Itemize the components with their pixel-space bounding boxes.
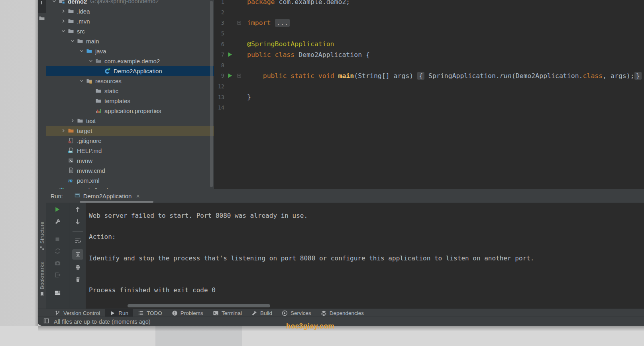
folder-excluded-icon — [68, 127, 74, 134]
tree-item-label: demo2 — [68, 0, 87, 5]
soft-wrap-icon — [75, 237, 81, 244]
stop-button — [53, 236, 61, 242]
md-file-icon: MD — [68, 147, 74, 154]
tree-item-com-example-demo2[interactable]: com.example.demo2 — [46, 56, 214, 66]
restore-layout-icon — [54, 289, 61, 296]
tree-item--mvn[interactable]: .mvn — [46, 16, 214, 26]
code-text: public static void main(String[] args) {… — [244, 72, 642, 80]
code-editor[interactable]: 1package com.example.demo2;23import ...5… — [214, 0, 644, 189]
tree-item-help-md[interactable]: MDHELP.md — [46, 146, 214, 156]
tree-item-mvnw[interactable]: mvnw — [46, 156, 214, 166]
arrow-down-icon — [74, 218, 81, 225]
restore-layout-button[interactable] — [53, 289, 61, 296]
folder-icon — [95, 88, 102, 94]
line-number: 6 — [214, 41, 226, 47]
fold-expand-icon[interactable] — [237, 73, 242, 78]
project-stripe-button[interactable] — [38, 0, 46, 13]
tree-item-external-libraries[interactable]: External Libraries — [46, 186, 214, 189]
svg-text:MD: MD — [69, 151, 72, 153]
scroll-to-end-button[interactable] — [72, 249, 83, 260]
tree-item-java[interactable]: java — [46, 46, 214, 56]
status-window-icon[interactable] — [43, 318, 49, 325]
rerun-spring-icon — [54, 248, 61, 254]
console-line: Action: — [89, 231, 534, 242]
shell-file-icon — [68, 157, 74, 164]
chevron-down-icon[interactable] — [70, 38, 75, 44]
project-folder-icon[interactable] — [39, 15, 45, 23]
tree-item-templates[interactable]: templates — [46, 96, 214, 106]
tree-item-pom-xml[interactable]: mpom.xml — [46, 176, 214, 186]
editor-line-5: 5 — [214, 28, 644, 39]
console-horizontal-scrollbar[interactable] — [128, 304, 270, 307]
bookmark-icon-glyph — [39, 291, 45, 297]
code-text: import ... — [244, 19, 290, 27]
print-button[interactable] — [74, 264, 82, 271]
toolwindow-button-label: Version Control — [63, 310, 100, 316]
chevron-right-icon[interactable] — [61, 8, 66, 14]
toolwindow-button-todo[interactable]: TODO — [133, 309, 167, 317]
tree-item-mvnw-cmd[interactable]: mvnw.cmd — [46, 166, 214, 176]
tree-item-demo2[interactable]: demo2G:\java-spring-boot\demo2 — [46, 0, 214, 6]
chevron-down-icon[interactable] — [88, 58, 94, 64]
tree-item-target[interactable]: target — [46, 126, 214, 136]
tool-window-bar: Version ControlRunTODOProblemsTerminalBu… — [38, 309, 644, 317]
window-shadow-bottom — [38, 326, 644, 331]
tree-item-demo2application[interactable]: Demo2Application — [46, 66, 214, 76]
clear-trash-button[interactable] — [74, 276, 82, 283]
chevron-down-icon[interactable] — [61, 28, 66, 34]
bookmark-icon — [39, 291, 45, 298]
tree-item--gitignore[interactable]: .gitignore — [46, 136, 214, 146]
toolwindow-button-label: Dependencies — [330, 310, 364, 316]
run-line-icon[interactable] — [226, 51, 234, 58]
chevron-right-icon[interactable] — [61, 128, 66, 133]
run-line-icon[interactable] — [226, 72, 234, 79]
arrow-up-button[interactable] — [74, 206, 82, 213]
folder-icon — [77, 38, 83, 44]
tree-item-main[interactable]: main — [46, 36, 214, 46]
toolwindow-button-version-control[interactable]: Version Control — [50, 309, 105, 317]
run-console[interactable]: Web server failed to start. Port 8080 wa… — [86, 203, 644, 309]
sidebar-item-bookmarks[interactable]: Bookmarks — [38, 262, 46, 298]
tree-item-application-properties[interactable]: application.properties — [46, 106, 214, 116]
chevron-down-icon[interactable] — [79, 48, 84, 54]
line-number: 5 — [214, 30, 226, 37]
tree-item-resources[interactable]: resources — [46, 76, 214, 86]
soft-wrap-button[interactable] — [74, 237, 82, 244]
project-path: G:\java-spring-boot\demo2 — [90, 0, 159, 4]
toolbar-separator — [73, 231, 83, 232]
chevron-right-icon[interactable] — [70, 118, 75, 123]
rerun-button[interactable] — [53, 206, 61, 213]
chevron-down-icon[interactable] — [51, 0, 57, 4]
toolwindow-button-problems[interactable]: Problems — [167, 309, 208, 317]
toolwindow-button-run[interactable]: Run — [105, 309, 133, 317]
settings-wrench-button[interactable] — [53, 218, 61, 225]
gutter-separator — [243, 0, 243, 189]
toolwindow-button-dependencies[interactable]: Dependencies — [316, 309, 369, 317]
console-output: Web server failed to start. Port 8080 wa… — [89, 210, 534, 295]
exit-button — [53, 272, 61, 278]
toolwindow-button-terminal[interactable]: Terminal — [208, 309, 247, 317]
console-line: Web server failed to start. Port 8080 wa… — [89, 210, 534, 221]
status-message[interactable]: All files are up-to-date (moments ago) — [54, 319, 151, 325]
chevron-down-icon[interactable] — [79, 78, 84, 84]
folder-package-icon — [95, 58, 102, 64]
tree-item--idea[interactable]: .idea — [46, 6, 214, 16]
toolwindow-button-build[interactable]: Build — [247, 309, 277, 317]
fold-expand-icon[interactable] — [237, 20, 242, 25]
chevron-right-icon[interactable] — [61, 18, 66, 24]
run-tab-demo2application[interactable]: Demo2Application × — [74, 192, 140, 200]
rerun-spring-button — [53, 248, 61, 254]
tree-item-label: com.example.demo2 — [104, 58, 160, 65]
sidebar-item-structure[interactable]: Structure — [38, 221, 46, 252]
tree-item-test[interactable]: test — [46, 116, 214, 126]
tree-item-label: java — [95, 48, 106, 55]
bookmarks-label: Bookmarks — [39, 262, 45, 289]
close-icon[interactable]: × — [136, 193, 139, 200]
toolwindow-button-services[interactable]: Services — [277, 309, 316, 317]
tree-item-static[interactable]: static — [46, 86, 214, 96]
settings-wrench-icon — [54, 218, 61, 225]
arrow-down-button[interactable] — [74, 218, 82, 225]
editor-line-14: 14 — [214, 102, 644, 113]
tree-item-src[interactable]: src — [46, 26, 214, 36]
project-tree-scrollbar[interactable] — [210, 1, 213, 187]
